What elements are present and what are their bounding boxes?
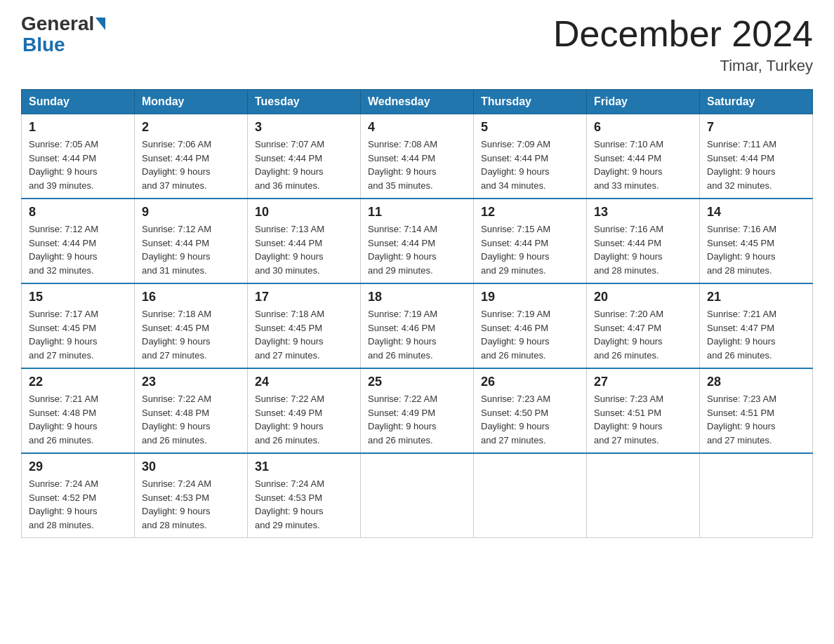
calendar-cell: 22 Sunrise: 7:21 AM Sunset: 4:48 PM Dayl… bbox=[22, 368, 135, 453]
day-number: 4 bbox=[368, 120, 466, 135]
day-info: Sunrise: 7:21 AM Sunset: 4:47 PM Dayligh… bbox=[707, 307, 805, 362]
day-number: 23 bbox=[142, 375, 240, 389]
calendar-week-row: 1 Sunrise: 7:05 AM Sunset: 4:44 PM Dayli… bbox=[22, 114, 813, 199]
day-info: Sunrise: 7:23 AM Sunset: 4:51 PM Dayligh… bbox=[707, 392, 805, 447]
day-info: Sunrise: 7:20 AM Sunset: 4:47 PM Dayligh… bbox=[594, 307, 692, 362]
calendar-cell: 19 Sunrise: 7:19 AM Sunset: 4:46 PM Dayl… bbox=[474, 283, 587, 368]
calendar-cell: 18 Sunrise: 7:19 AM Sunset: 4:46 PM Dayl… bbox=[361, 283, 474, 368]
day-number: 13 bbox=[594, 205, 692, 220]
month-title: December 2024 bbox=[553, 14, 813, 54]
logo-triangle-icon bbox=[95, 18, 105, 30]
calendar-cell: 12 Sunrise: 7:15 AM Sunset: 4:44 PM Dayl… bbox=[474, 199, 587, 283]
calendar-cell: 29 Sunrise: 7:24 AM Sunset: 4:52 PM Dayl… bbox=[22, 453, 135, 538]
day-info: Sunrise: 7:16 AM Sunset: 4:45 PM Dayligh… bbox=[707, 222, 805, 277]
day-number: 20 bbox=[594, 290, 692, 304]
calendar-cell: 15 Sunrise: 7:17 AM Sunset: 4:45 PM Dayl… bbox=[22, 283, 135, 368]
day-number: 2 bbox=[142, 120, 240, 135]
day-number: 21 bbox=[707, 290, 805, 304]
calendar-cell: 24 Sunrise: 7:22 AM Sunset: 4:49 PM Dayl… bbox=[248, 368, 361, 453]
calendar-week-row: 29 Sunrise: 7:24 AM Sunset: 4:52 PM Dayl… bbox=[22, 453, 813, 538]
day-info: Sunrise: 7:18 AM Sunset: 4:45 PM Dayligh… bbox=[255, 307, 353, 362]
calendar-cell: 14 Sunrise: 7:16 AM Sunset: 4:45 PM Dayl… bbox=[700, 199, 813, 283]
day-number: 3 bbox=[255, 120, 353, 135]
title-area: December 2024 Timar, Turkey bbox=[553, 14, 813, 75]
day-info: Sunrise: 7:24 AM Sunset: 4:52 PM Dayligh… bbox=[29, 477, 127, 532]
calendar-cell: 27 Sunrise: 7:23 AM Sunset: 4:51 PM Dayl… bbox=[587, 368, 700, 453]
day-number: 26 bbox=[481, 375, 579, 389]
header-thursday: Thursday bbox=[474, 90, 587, 114]
header-tuesday: Tuesday bbox=[248, 90, 361, 114]
calendar-cell bbox=[700, 453, 813, 538]
calendar-cell: 9 Sunrise: 7:12 AM Sunset: 4:44 PM Dayli… bbox=[135, 199, 248, 283]
day-info: Sunrise: 7:13 AM Sunset: 4:44 PM Dayligh… bbox=[255, 222, 353, 277]
logo-blue-text: Blue bbox=[22, 34, 65, 55]
calendar-cell: 4 Sunrise: 7:08 AM Sunset: 4:44 PM Dayli… bbox=[361, 114, 474, 199]
calendar-week-row: 22 Sunrise: 7:21 AM Sunset: 4:48 PM Dayl… bbox=[22, 368, 813, 453]
day-number: 10 bbox=[255, 205, 353, 220]
day-info: Sunrise: 7:15 AM Sunset: 4:44 PM Dayligh… bbox=[481, 222, 579, 277]
day-number: 24 bbox=[255, 375, 353, 389]
day-number: 28 bbox=[707, 375, 805, 389]
calendar-cell: 5 Sunrise: 7:09 AM Sunset: 4:44 PM Dayli… bbox=[474, 114, 587, 199]
day-info: Sunrise: 7:09 AM Sunset: 4:44 PM Dayligh… bbox=[481, 137, 579, 192]
day-number: 27 bbox=[594, 375, 692, 389]
calendar-cell: 6 Sunrise: 7:10 AM Sunset: 4:44 PM Dayli… bbox=[587, 114, 700, 199]
calendar-cell: 25 Sunrise: 7:22 AM Sunset: 4:49 PM Dayl… bbox=[361, 368, 474, 453]
day-number: 8 bbox=[29, 205, 127, 220]
day-info: Sunrise: 7:23 AM Sunset: 4:51 PM Dayligh… bbox=[594, 392, 692, 447]
day-number: 9 bbox=[142, 205, 240, 220]
header-friday: Friday bbox=[587, 90, 700, 114]
calendar-cell: 17 Sunrise: 7:18 AM Sunset: 4:45 PM Dayl… bbox=[248, 283, 361, 368]
day-number: 11 bbox=[368, 205, 466, 220]
calendar-cell: 23 Sunrise: 7:22 AM Sunset: 4:48 PM Dayl… bbox=[135, 368, 248, 453]
day-number: 15 bbox=[29, 290, 127, 304]
calendar-week-row: 15 Sunrise: 7:17 AM Sunset: 4:45 PM Dayl… bbox=[22, 283, 813, 368]
day-number: 30 bbox=[142, 459, 240, 474]
day-info: Sunrise: 7:14 AM Sunset: 4:44 PM Dayligh… bbox=[368, 222, 466, 277]
day-info: Sunrise: 7:05 AM Sunset: 4:44 PM Dayligh… bbox=[29, 137, 127, 192]
calendar-cell: 3 Sunrise: 7:07 AM Sunset: 4:44 PM Dayli… bbox=[248, 114, 361, 199]
day-number: 14 bbox=[707, 205, 805, 220]
calendar-cell: 16 Sunrise: 7:18 AM Sunset: 4:45 PM Dayl… bbox=[135, 283, 248, 368]
header-monday: Monday bbox=[135, 90, 248, 114]
day-number: 5 bbox=[481, 120, 579, 135]
calendar-cell: 31 Sunrise: 7:24 AM Sunset: 4:53 PM Dayl… bbox=[248, 453, 361, 538]
day-number: 25 bbox=[368, 375, 466, 389]
calendar-table: Sunday Monday Tuesday Wednesday Thursday… bbox=[21, 89, 813, 538]
day-info: Sunrise: 7:08 AM Sunset: 4:44 PM Dayligh… bbox=[368, 137, 466, 192]
day-info: Sunrise: 7:11 AM Sunset: 4:44 PM Dayligh… bbox=[707, 137, 805, 192]
day-info: Sunrise: 7:24 AM Sunset: 4:53 PM Dayligh… bbox=[142, 477, 240, 532]
logo-general-text: General bbox=[21, 14, 94, 34]
calendar-cell: 10 Sunrise: 7:13 AM Sunset: 4:44 PM Dayl… bbox=[248, 199, 361, 283]
day-number: 29 bbox=[29, 459, 127, 474]
calendar-cell: 8 Sunrise: 7:12 AM Sunset: 4:44 PM Dayli… bbox=[22, 199, 135, 283]
day-info: Sunrise: 7:10 AM Sunset: 4:44 PM Dayligh… bbox=[594, 137, 692, 192]
day-number: 16 bbox=[142, 290, 240, 304]
header-saturday: Saturday bbox=[700, 90, 813, 114]
day-info: Sunrise: 7:07 AM Sunset: 4:44 PM Dayligh… bbox=[255, 137, 353, 192]
logo: General Blue bbox=[21, 14, 107, 56]
day-number: 6 bbox=[594, 120, 692, 135]
header: General Blue December 2024 Timar, Turkey bbox=[21, 14, 813, 75]
day-number: 12 bbox=[481, 205, 579, 220]
day-info: Sunrise: 7:22 AM Sunset: 4:49 PM Dayligh… bbox=[368, 392, 466, 447]
calendar-cell: 1 Sunrise: 7:05 AM Sunset: 4:44 PM Dayli… bbox=[22, 114, 135, 199]
day-info: Sunrise: 7:19 AM Sunset: 4:46 PM Dayligh… bbox=[481, 307, 579, 362]
location: Timar, Turkey bbox=[553, 57, 813, 75]
calendar-cell bbox=[361, 453, 474, 538]
calendar-cell bbox=[587, 453, 700, 538]
day-info: Sunrise: 7:23 AM Sunset: 4:50 PM Dayligh… bbox=[481, 392, 579, 447]
calendar-cell: 28 Sunrise: 7:23 AM Sunset: 4:51 PM Dayl… bbox=[700, 368, 813, 453]
calendar-cell: 21 Sunrise: 7:21 AM Sunset: 4:47 PM Dayl… bbox=[700, 283, 813, 368]
calendar-cell: 2 Sunrise: 7:06 AM Sunset: 4:44 PM Dayli… bbox=[135, 114, 248, 199]
day-info: Sunrise: 7:24 AM Sunset: 4:53 PM Dayligh… bbox=[255, 477, 353, 532]
day-number: 1 bbox=[29, 120, 127, 135]
calendar-cell: 20 Sunrise: 7:20 AM Sunset: 4:47 PM Dayl… bbox=[587, 283, 700, 368]
day-number: 7 bbox=[707, 120, 805, 135]
calendar-week-row: 8 Sunrise: 7:12 AM Sunset: 4:44 PM Dayli… bbox=[22, 199, 813, 283]
day-info: Sunrise: 7:19 AM Sunset: 4:46 PM Dayligh… bbox=[368, 307, 466, 362]
calendar-cell: 26 Sunrise: 7:23 AM Sunset: 4:50 PM Dayl… bbox=[474, 368, 587, 453]
day-info: Sunrise: 7:06 AM Sunset: 4:44 PM Dayligh… bbox=[142, 137, 240, 192]
calendar-cell: 13 Sunrise: 7:16 AM Sunset: 4:44 PM Dayl… bbox=[587, 199, 700, 283]
day-number: 17 bbox=[255, 290, 353, 304]
